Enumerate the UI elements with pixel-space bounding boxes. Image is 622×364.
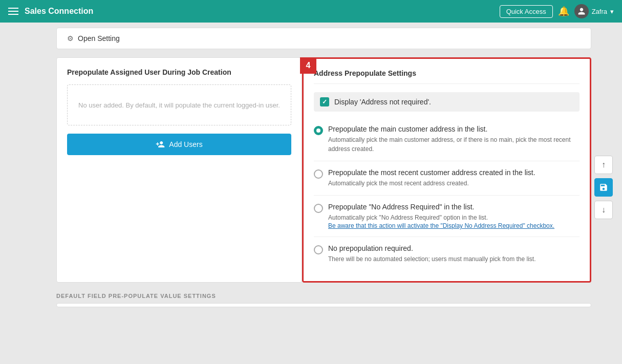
radio-desc-2: Automatically pick the most recent addre… (328, 179, 580, 188)
scroll-up-button[interactable]: ↑ (594, 156, 613, 174)
chevron-down-icon: ▾ (610, 8, 614, 15)
radio-content-2: Prepopulate the most recent customer add… (328, 168, 580, 188)
radio-row-1: Prepopulate the main customer address in… (314, 125, 580, 154)
side-actions: ↑ ↓ (594, 156, 613, 219)
radio-desc-4: There will be no automated selection; us… (328, 254, 580, 264)
radio-circle-1[interactable] (314, 126, 323, 135)
radio-link-3[interactable]: Be aware that this action will activate … (328, 222, 580, 229)
header-right: Quick Access 🔔 Zafra ▾ (500, 4, 614, 18)
default-field-bar (56, 303, 591, 307)
display-address-not-required-row: Display 'Address not required'. (314, 92, 580, 112)
radio-row-2: Prepopulate the most recent customer add… (314, 168, 580, 188)
left-panel: Prepopulate Assigned User During Job Cre… (56, 57, 302, 283)
header: Sales Connection Quick Access 🔔 Zafra ▾ (0, 0, 622, 23)
app-title: Sales Connection (25, 7, 93, 16)
right-panel: Address Prepopulate Settings Display 'Ad… (302, 57, 591, 283)
radio-label-4: No prepopulation required. (328, 244, 580, 252)
default-field-label: DEFAULT FIELD PRE-POPULATE VALUE SETTING… (56, 293, 591, 299)
radio-content-1: Prepopulate the main customer address in… (328, 125, 580, 154)
person-add-icon (156, 140, 165, 149)
no-user-text: No user added. By default, it will popul… (78, 101, 280, 109)
right-panel-title: Address Prepopulate Settings (314, 69, 580, 84)
step-badge: 4 (300, 57, 316, 74)
radio-option-recent-address: Prepopulate the most recent customer add… (314, 161, 580, 196)
bell-icon[interactable]: 🔔 (558, 6, 569, 17)
user-avatar (574, 4, 589, 18)
scroll-down-button[interactable]: ↓ (594, 201, 613, 219)
radio-circle-4[interactable] (314, 245, 323, 254)
header-left: Sales Connection (8, 7, 93, 16)
open-setting-bar: ⚙ Open Setting (56, 28, 591, 49)
default-field-section: DEFAULT FIELD PRE-POPULATE VALUE SETTING… (56, 293, 591, 312)
display-address-label: Display 'Address not required'. (334, 98, 431, 106)
radio-desc-3: Automatically pick "No Address Required"… (328, 213, 580, 222)
no-user-box: No user added. By default, it will popul… (67, 84, 291, 125)
save-button[interactable] (594, 178, 613, 197)
left-panel-title: Prepopulate Assigned User During Job Cre… (67, 68, 291, 76)
quick-access-button[interactable]: Quick Access (500, 5, 553, 18)
main-content: ⚙ Open Setting Prepopulate Assigned User… (0, 23, 622, 364)
user-name: Zafra (592, 8, 607, 15)
two-column-section: Prepopulate Assigned User During Job Cre… (56, 57, 591, 283)
radio-option-main-address: Prepopulate the main customer address in… (314, 118, 580, 161)
radio-option-no-prepopulation: No prepopulation required. There will be… (314, 237, 580, 271)
radio-circle-2[interactable] (314, 169, 323, 179)
hamburger-menu[interactable] (8, 8, 18, 15)
add-users-label: Add Users (169, 140, 202, 148)
radio-circle-3[interactable] (314, 204, 323, 213)
radio-label-3: Prepopulate "No Address Required" in the… (328, 203, 580, 211)
radio-content-4: No prepopulation required. There will be… (328, 244, 580, 264)
save-icon (599, 183, 608, 192)
radio-option-no-address-required: Prepopulate "No Address Required" in the… (314, 196, 580, 237)
open-setting-label: Open Setting (78, 34, 120, 42)
radio-label-2: Prepopulate the most recent customer add… (328, 168, 580, 177)
radio-content-3: Prepopulate "No Address Required" in the… (328, 203, 580, 229)
user-menu[interactable]: Zafra ▾ (574, 4, 614, 18)
radio-label-1: Prepopulate the main customer address in… (328, 125, 580, 133)
gear-icon: ⚙ (67, 34, 74, 42)
display-address-checkbox[interactable] (320, 97, 329, 106)
radio-row-4: No prepopulation required. There will be… (314, 244, 580, 264)
radio-row-3: Prepopulate "No Address Required" in the… (314, 203, 580, 229)
add-users-button[interactable]: Add Users (67, 134, 291, 155)
radio-desc-1: Automatically pick the main customer add… (328, 135, 580, 154)
